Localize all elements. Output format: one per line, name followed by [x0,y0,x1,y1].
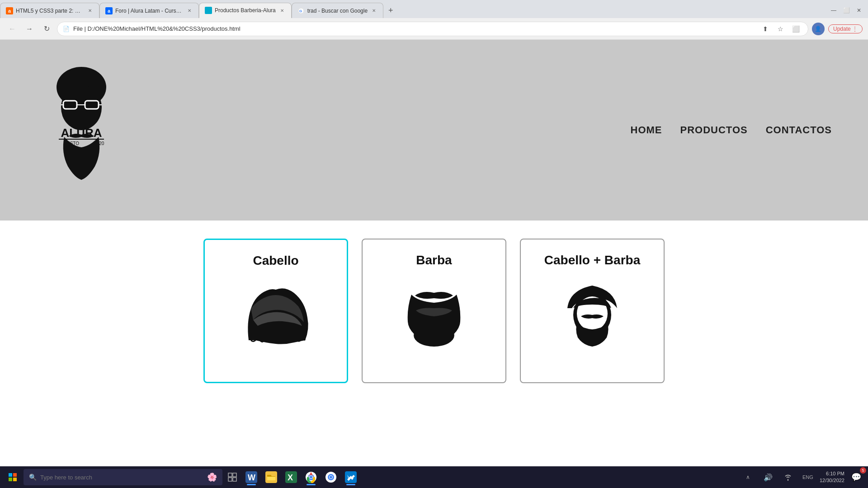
close-button[interactable]: ✕ [854,5,864,16]
taskbar-chevron-up[interactable]: ∧ [740,469,756,485]
tab-bar: a HTML5 y CSS3 parte 2: Posiciona... ✕ a… [0,0,868,18]
share-icon[interactable]: ⬆ [759,23,772,35]
window-controls: — ⬜ ✕ [828,5,868,16]
new-tab-button[interactable]: + [383,3,398,18]
back-button[interactable]: ← [5,22,19,36]
notification-badge: 5 [860,467,866,474]
taskbar-lang[interactable]: ENG [800,469,816,485]
tab-3-title: Productos Barberia-Alura [215,7,276,14]
taskbar-excel-app[interactable]: X [282,468,300,486]
file-icon: 📄 [63,26,70,32]
svg-rect-20 [13,478,17,481]
product-card-barba[interactable]: Barba [362,239,506,383]
hair-icon [240,277,312,349]
nav-contacts[interactable]: CONTACTOS [766,124,832,136]
taskbar-clock[interactable]: 6:10 PM 12/30/2022 [820,470,844,484]
tab-4-favicon: G [297,7,305,14]
svg-point-38 [330,476,332,479]
minimize-button[interactable]: — [828,5,839,16]
taskbar: 🔍 🌸 W [0,466,868,488]
site-header: ALURA ESTO 2020 HOME PRODUCTOS CONTACTOS [0,40,868,221]
tab-4-title: trad - Buscar con Google [307,8,368,14]
nav-links: HOME PRODUCTOS CONTACTOS [631,124,832,136]
svg-point-34 [310,476,312,479]
taskbar-right: ∧ 🔊 ENG 6:10 PM 12/30/2022 💬 5 [740,469,864,485]
svg-text:ALURA: ALURA [61,126,102,140]
tab-2[interactable]: a Foro | Alura Latam - Cursos onli... ✕ [99,3,199,18]
nav-home[interactable]: HOME [631,124,662,136]
tab-3-favicon [205,7,212,14]
beard-icon [398,277,470,349]
taskbar-word-app[interactable]: W [242,468,260,486]
url-bar[interactable]: 📄 File | D:/ONE%20Michael/HTML%20&%20CSS… [57,22,808,36]
logo-svg: ALURA ESTO 2020 [36,62,127,198]
profile-avatar[interactable]: 👤 [812,23,825,35]
taskbar-search-bar[interactable]: 🔍 🌸 [24,469,222,485]
svg-point-4 [61,85,102,130]
tab-2-close[interactable]: ✕ [186,7,193,14]
tab-3-close[interactable]: ✕ [278,7,286,14]
product-card-cabello-barba[interactable]: Cabello + Barba [520,239,665,383]
product-card-cabello[interactable]: Cabello [203,239,348,383]
svg-point-14 [414,324,454,347]
extension-icon[interactable]: ⬜ [790,23,802,35]
svg-rect-22 [233,473,236,477]
taskbar-vscode-app[interactable] [342,468,360,486]
task-view-button[interactable] [224,469,241,485]
products-section: Cabello Barba [0,221,868,401]
bookmark-icon[interactable]: ☆ [774,23,787,35]
taskbar-volume-icon[interactable]: 🔊 [760,469,776,485]
page-content: ALURA ESTO 2020 HOME PRODUCTOS CONTACTOS [0,40,868,488]
url-bar-actions: ⬆ ☆ ⬜ [759,23,802,35]
tab-1-close[interactable]: ✕ [86,7,94,14]
tab-2-favicon: a [105,7,113,14]
tab-1-favicon: a [6,7,13,14]
taskbar-search-icon: 🔍 [29,474,37,481]
taskbar-time: 6:10 PM [826,470,844,477]
tab-4[interactable]: G trad - Buscar con Google ✕ [292,3,383,18]
product-title-cabello-barba: Cabello + Barba [544,253,640,267]
refresh-button[interactable]: ↻ [40,22,53,36]
tab-2-title: Foro | Alura Latam - Cursos onli... [115,8,183,14]
svg-rect-24 [233,478,236,481]
logo-area: ALURA ESTO 2020 [36,62,127,198]
taskbar-chrome2-app[interactable] [322,468,340,486]
tab-1[interactable]: a HTML5 y CSS3 parte 2: Posiciona... ✕ [0,3,99,18]
svg-rect-21 [228,473,232,477]
tab-3[interactable]: Productos Barberia-Alura ✕ [199,3,292,18]
taskbar-search-image: 🌸 [207,472,217,482]
svg-text:X: X [288,473,293,482]
svg-rect-17 [9,473,12,477]
taskbar-explorer-app[interactable] [262,468,280,486]
svg-point-0 [206,8,211,13]
tab-4-close[interactable]: ✕ [370,7,377,14]
hair-beard-icon [556,277,628,349]
taskbar-chrome-app[interactable] [302,468,320,486]
svg-text:G: G [299,9,302,13]
tab-1-title: HTML5 y CSS3 parte 2: Posiciona... [16,8,84,14]
product-title-barba: Barba [416,253,452,267]
nav-products[interactable]: PRODUCTOS [680,124,748,136]
browser-window: a HTML5 y CSS3 parte 2: Posiciona... ✕ a… [0,0,868,488]
forward-button[interactable]: → [23,22,36,36]
taskbar-search-input[interactable] [40,474,203,481]
url-text: File | D:/ONE%20Michael/HTML%20&%20CSS3/… [73,25,241,32]
taskbar-date: 12/30/2022 [820,477,844,484]
svg-rect-23 [228,478,232,481]
update-button[interactable]: Update ⋮ [828,24,863,33]
taskbar-network-icon[interactable] [780,469,796,485]
start-button[interactable] [4,468,22,486]
taskbar-notification[interactable]: 💬 5 [848,469,864,485]
svg-text:W: W [248,473,255,482]
svg-rect-18 [13,473,17,477]
svg-rect-19 [9,478,12,481]
product-title-cabello: Cabello [253,253,298,268]
restore-button[interactable]: ⬜ [841,5,852,16]
address-bar: ← → ↻ 📄 File | D:/ONE%20Michael/HTML%20&… [0,18,868,40]
